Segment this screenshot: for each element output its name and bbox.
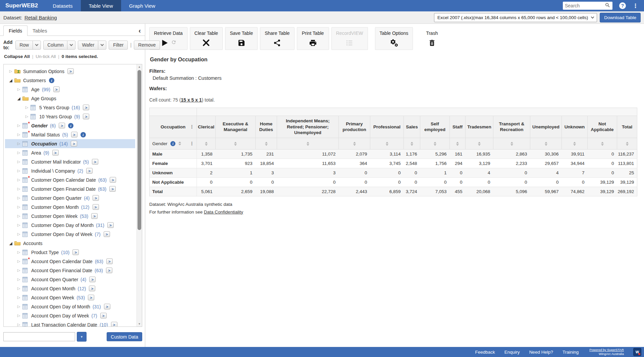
add-to-table-button[interactable]: > xyxy=(83,114,89,119)
collapse-all-link[interactable]: Collapse All xyxy=(4,54,30,59)
export-format-select[interactable]: Excel 2007 (.xlsx)(max 16,384 columns x … xyxy=(434,13,597,22)
add-to-table-button[interactable]: > xyxy=(53,86,60,92)
footer-link-need-help[interactable]: Need Help? xyxy=(529,350,553,355)
custom-data-input[interactable] xyxy=(3,332,75,341)
scroll-down-icon[interactable]: ▼ xyxy=(137,321,142,326)
add-to-wafer-button[interactable]: Wafer xyxy=(78,41,106,50)
toolbar-button-table-options[interactable]: Table Options xyxy=(375,27,413,50)
toolbar-button-clear-table[interactable]: Clear Table xyxy=(190,27,223,50)
add-to-table-button[interactable]: > xyxy=(91,213,98,219)
dataset-name-link[interactable]: Retail Banking xyxy=(24,15,57,20)
sort-icon[interactable] xyxy=(511,142,513,146)
column-header-professional[interactable]: Professional xyxy=(370,116,404,138)
filter-button[interactable]: Filter xyxy=(109,41,128,50)
download-table-button[interactable]: Download Table xyxy=(600,13,641,22)
column-header-not-applicable[interactable]: Not Applicable xyxy=(588,116,617,138)
expand-arrow-icon[interactable]: ▷ xyxy=(16,223,22,227)
tree-item-customer-open-month[interactable]: ▷Customer Open Month(12)> xyxy=(5,202,135,212)
app-logo[interactable]: SuperWEB2 xyxy=(0,0,45,11)
tree-item-age-groups[interactable]: ◢Age Groups xyxy=(5,94,135,103)
tree-item-age[interactable]: ▷Age(99)> xyxy=(5,85,135,94)
sort-icon[interactable] xyxy=(386,142,388,146)
tree-item-product-type[interactable]: ▷Product Type(10)> xyxy=(5,248,135,257)
sort-icon[interactable] xyxy=(307,142,309,146)
column-sort-cell[interactable] xyxy=(197,138,216,149)
add-to-table-button[interactable]: > xyxy=(89,286,95,291)
kebab-menu-icon[interactable]: ⋮ xyxy=(189,124,195,129)
column-sort-cell[interactable] xyxy=(530,138,562,149)
expand-arrow-icon[interactable]: ▷ xyxy=(16,123,22,128)
add-to-table-button[interactable]: > xyxy=(107,222,114,228)
expand-arrow-icon[interactable]: ▷ xyxy=(16,322,22,326)
footer-link-enquiry[interactable]: Enquiry xyxy=(504,350,520,355)
column-header-independent-means-retired-pensioner-unemployed[interactable]: Independent Means; Retired; Pensioner; U… xyxy=(277,116,339,138)
expand-arrow-icon[interactable]: ▷ xyxy=(16,214,22,218)
footer-link-feedback[interactable]: Feedback xyxy=(475,350,495,355)
column-sort-cell[interactable] xyxy=(466,138,493,149)
nav-table-view[interactable]: Table View xyxy=(81,0,121,11)
add-to-row-button[interactable]: Row xyxy=(15,41,41,50)
tree-item-customers[interactable]: ◢Customersi xyxy=(5,76,135,85)
toolbar-button-save-table[interactable]: Save Table xyxy=(225,27,258,50)
tree-item-individual-company[interactable]: ▷Individual \ Company(2)> xyxy=(5,166,135,175)
row-dimension-header[interactable]: Genderi⋮ xyxy=(150,138,197,149)
toolbar-button-share-table[interactable]: Share Table xyxy=(260,27,294,50)
column-header-total[interactable]: Total xyxy=(617,116,637,138)
column-sort-cell[interactable] xyxy=(493,138,530,149)
sort-icon[interactable] xyxy=(626,142,629,146)
add-to-table-button[interactable]: > xyxy=(83,105,89,110)
expand-arrow-icon[interactable]: ▷ xyxy=(16,313,22,318)
column-sort-cell[interactable] xyxy=(256,138,277,149)
tree-item-customer-open-quarter[interactable]: ▷Customer Open Quarter(4)> xyxy=(5,193,135,202)
tree-item-summation-options[interactable]: ▷ΣSummation Options> xyxy=(5,67,135,76)
sort-icon[interactable] xyxy=(601,142,604,146)
add-to-table-button[interactable]: > xyxy=(72,249,79,255)
sort-icon[interactable] xyxy=(234,142,237,146)
tab-tables[interactable]: Tables xyxy=(28,26,52,36)
expand-arrow-icon[interactable]: ▷ xyxy=(24,114,30,119)
sort-icon[interactable] xyxy=(545,142,547,146)
add-to-column-button[interactable]: Column xyxy=(43,41,75,50)
add-to-table-button[interactable]: > xyxy=(59,123,65,128)
sort-icon[interactable] xyxy=(478,142,481,146)
column-header-home-duties[interactable]: Home Duties xyxy=(256,116,277,138)
add-to-table-button[interactable]: > xyxy=(88,295,94,300)
column-header-primary-production[interactable]: Primary production xyxy=(339,116,370,138)
tree-item-occupation[interactable]: ▷Occupation(14)> xyxy=(5,139,135,148)
add-to-table-button[interactable]: > xyxy=(92,159,98,165)
expand-arrow-icon[interactable]: ▷ xyxy=(16,277,22,282)
info-icon[interactable]: i xyxy=(68,123,73,128)
search-icon[interactable] xyxy=(605,2,610,9)
collapse-arrow-icon[interactable]: ◢ xyxy=(16,96,22,101)
add-to-table-button[interactable]: > xyxy=(71,132,77,137)
scrollbar-thumb[interactable] xyxy=(138,70,141,230)
info-icon[interactable]: i xyxy=(80,132,86,137)
sort-icon[interactable] xyxy=(353,142,356,146)
column-sort-cell[interactable] xyxy=(450,138,466,149)
column-header-unemployed[interactable]: Unemployed xyxy=(530,116,562,138)
nav-graph-view[interactable]: Graph View xyxy=(121,0,163,11)
sort-icon[interactable] xyxy=(573,142,576,146)
info-icon[interactable]: i xyxy=(49,78,54,83)
cell-count-link[interactable]: 15 x 5 x 1 xyxy=(181,97,202,103)
sort-icon[interactable] xyxy=(434,142,436,146)
column-sort-cell[interactable] xyxy=(339,138,370,149)
expand-arrow-icon[interactable]: ▷ xyxy=(16,178,22,182)
column-header-sales[interactable]: Sales xyxy=(404,116,420,138)
column-dimension-header[interactable]: Occupation⋮ xyxy=(150,116,197,138)
add-to-table-button[interactable]: > xyxy=(89,277,96,282)
collapse-arrow-icon[interactable]: ◢ xyxy=(8,241,14,246)
tree-item-marital-status[interactable]: ▷*Marital Status(5)>i xyxy=(5,130,135,139)
sort-icon[interactable] xyxy=(456,142,459,146)
expand-arrow-icon[interactable]: ▷ xyxy=(16,169,22,173)
column-sort-cell[interactable] xyxy=(404,138,420,149)
column-sort-cell[interactable] xyxy=(277,138,339,149)
expand-arrow-icon[interactable]: ▷ xyxy=(16,160,22,164)
expand-arrow-icon[interactable]: ▷ xyxy=(16,286,22,291)
add-to-table-button[interactable]: > xyxy=(104,304,110,309)
tree-item-account-open-month[interactable]: ▷Account Open Month(12)> xyxy=(5,284,135,293)
tree-item-account-open-week[interactable]: ▷Account Open Week(53)> xyxy=(5,293,135,302)
info-icon[interactable]: i xyxy=(170,141,175,146)
add-to-table-button[interactable]: > xyxy=(71,141,77,146)
kebab-menu-icon[interactable]: ⋮ xyxy=(633,2,639,9)
